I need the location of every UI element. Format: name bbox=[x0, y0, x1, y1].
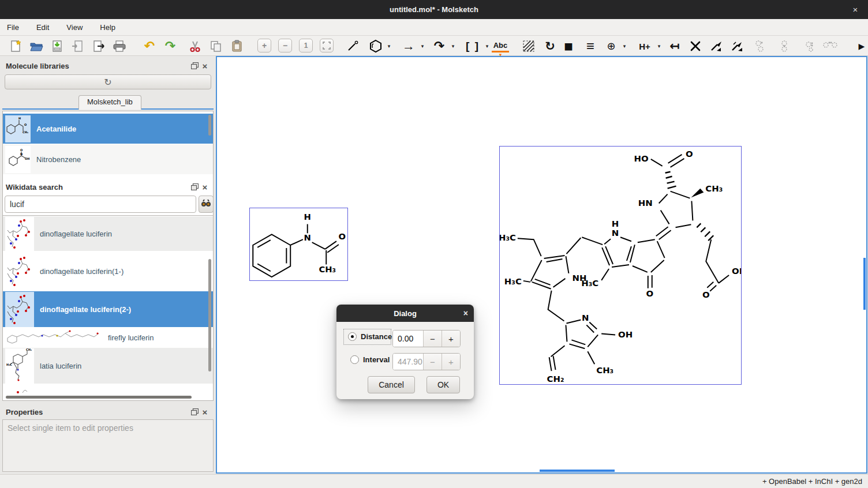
molecule-acetanilide[interactable]: H N O CH₃ bbox=[249, 208, 348, 281]
interval-decrement-button[interactable]: − bbox=[423, 354, 442, 370]
zoom-out-icon[interactable]: − bbox=[278, 39, 292, 52]
interval-radio-row[interactable]: Interval bbox=[350, 355, 390, 364]
arrow-tool-icon[interactable]: → bbox=[401, 39, 416, 54]
cut-icon[interactable] bbox=[188, 39, 203, 54]
save-as-icon[interactable] bbox=[70, 39, 85, 54]
dialog-titlebar[interactable]: Dialog × bbox=[336, 305, 474, 322]
molecule-thumbnail bbox=[5, 253, 34, 290]
cancel-button[interactable]: Cancel bbox=[368, 376, 415, 393]
wikidata-search-button[interactable] bbox=[199, 196, 214, 213]
drawing-canvas[interactable]: H N O CH₃ bbox=[216, 56, 867, 474]
distance-decrement-button[interactable]: − bbox=[423, 331, 442, 347]
zoom-original-icon[interactable]: 1 bbox=[299, 39, 313, 52]
draw-bond-icon[interactable] bbox=[345, 39, 360, 54]
close-panel-icon[interactable]: × bbox=[200, 407, 210, 416]
charge-tool-icon[interactable]: ⊕ bbox=[604, 39, 619, 54]
zoom-fit-icon[interactable] bbox=[320, 39, 334, 52]
window-close-icon[interactable]: × bbox=[850, 4, 861, 16]
hydrogen-dropdown-icon[interactable]: ▾ bbox=[656, 43, 663, 50]
refresh-libraries-button[interactable]: ↻ bbox=[5, 74, 211, 89]
decrease-bond-icon[interactable] bbox=[729, 39, 744, 54]
close-panel-icon[interactable]: × bbox=[200, 61, 210, 70]
close-panel-icon[interactable]: × bbox=[200, 182, 210, 192]
atom-label: N bbox=[582, 313, 589, 323]
reaction-map-1-icon[interactable] bbox=[753, 39, 768, 54]
interval-radio[interactable] bbox=[350, 355, 359, 364]
distance-spinbox[interactable]: 0.00 − + bbox=[392, 330, 461, 347]
save-icon[interactable] bbox=[50, 39, 65, 54]
ring-dropdown-icon[interactable]: ▾ bbox=[386, 43, 392, 50]
distance-radio[interactable] bbox=[348, 332, 357, 341]
menu-help[interactable]: Help bbox=[99, 22, 117, 33]
canvas-vscrollbar[interactable] bbox=[863, 258, 866, 310]
result-dinoflagellate-luciferin-1[interactable]: dinoflagellate luciferin(1-) bbox=[3, 252, 213, 290]
undo-icon[interactable]: ↶ bbox=[142, 39, 157, 54]
export-icon[interactable] bbox=[91, 39, 106, 54]
arrow-dropdown-icon[interactable]: ▾ bbox=[419, 43, 426, 50]
float-panel-icon[interactable] bbox=[189, 61, 200, 70]
result-dinoflagellate-luciferin[interactable]: dinoflagellate luciferin bbox=[3, 216, 213, 251]
wikidata-search-input[interactable] bbox=[5, 196, 196, 213]
tab-molsketch-lib[interactable]: Molsketch_lib bbox=[78, 95, 141, 110]
svg-text:H: H bbox=[18, 117, 21, 120]
interval-value[interactable]: 447.90 bbox=[393, 354, 423, 370]
result-label: dinoflagellate luciferin(1-) bbox=[40, 267, 124, 276]
list-item-nitrobenzene[interactable]: OOHN Nitrobenzene bbox=[3, 144, 213, 174]
interval-increment-button[interactable]: + bbox=[442, 354, 460, 370]
bracket-tool-icon[interactable]: [ ] bbox=[463, 39, 482, 54]
new-file-icon[interactable] bbox=[8, 39, 23, 54]
atom-label: H bbox=[304, 212, 311, 222]
result-firefly-luciferin[interactable]: firefly luciferin bbox=[3, 328, 213, 347]
color-swatch-icon[interactable]: ■ bbox=[561, 39, 576, 54]
wikidata-list-vscrollbar[interactable] bbox=[208, 259, 211, 371]
molecule-libraries-header: Molecule libraries × bbox=[2, 59, 214, 72]
result-dinoflagellate-luciferin-2[interactable]: dinoflagellate luciferin(2-) bbox=[3, 291, 213, 327]
electron-arrow-tool-icon[interactable]: ↤ bbox=[667, 39, 682, 54]
distance-radio-row[interactable]: Distance bbox=[348, 332, 392, 341]
distance-increment-button[interactable]: + bbox=[442, 331, 460, 347]
list-item-acetanilide[interactable]: HCH₃O Acetanilide bbox=[3, 114, 213, 144]
ring-tool-icon[interactable] bbox=[368, 39, 383, 54]
result-partial[interactable] bbox=[3, 385, 213, 396]
atom-label: OH bbox=[618, 329, 633, 340]
dialog-close-icon[interactable]: × bbox=[463, 309, 468, 318]
menu-view[interactable]: View bbox=[65, 22, 84, 33]
molecule-luciferin[interactable]: HO O CH₃ HN H N H₃C H₃C NH H₃C O OH O N … bbox=[499, 146, 742, 385]
library-list-scrollbar[interactable] bbox=[208, 115, 211, 136]
canvas-hscrollbar[interactable] bbox=[540, 470, 615, 472]
float-panel-icon[interactable] bbox=[189, 182, 200, 192]
selection-hatch-icon[interactable] bbox=[521, 39, 536, 54]
curved-arrow-dropdown-icon[interactable]: ▾ bbox=[450, 43, 457, 50]
svg-text:H₃C: H₃C bbox=[6, 363, 12, 366]
ok-button[interactable]: OK bbox=[426, 376, 460, 393]
wikidata-list-hscrollbar[interactable] bbox=[6, 396, 192, 399]
curved-arrow-tool-icon[interactable]: ↷ bbox=[432, 39, 447, 54]
charge-dropdown-icon[interactable]: ▾ bbox=[621, 43, 628, 50]
hydrogen-tool-icon[interactable]: H+ bbox=[636, 39, 653, 54]
interval-spinbox[interactable]: 447.90 − + bbox=[392, 353, 461, 370]
menu-file[interactable]: File bbox=[6, 22, 20, 33]
distance-value[interactable]: 0.00 bbox=[393, 331, 423, 347]
reaction-map-3-icon[interactable] bbox=[802, 39, 817, 54]
redo-icon[interactable]: ↷ bbox=[163, 39, 178, 54]
panel-title: Molecule libraries bbox=[6, 62, 69, 70]
rotate-icon[interactable]: ↻ bbox=[542, 39, 558, 54]
float-panel-icon[interactable] bbox=[189, 407, 200, 416]
copy-icon[interactable] bbox=[208, 39, 223, 54]
molecule-thumbnail: CH₃H₃C bbox=[5, 348, 34, 384]
zoom-in-icon[interactable]: + bbox=[257, 39, 271, 52]
increase-bond-icon[interactable] bbox=[709, 39, 724, 54]
delete-tool-icon[interactable] bbox=[688, 39, 703, 54]
menu-edit[interactable]: Edit bbox=[35, 22, 50, 33]
open-file-icon[interactable] bbox=[29, 39, 44, 54]
result-latia-luciferin[interactable]: CH₃H₃C latia luciferin bbox=[3, 348, 213, 384]
toolbar-overflow-icon[interactable]: ▶ bbox=[854, 39, 868, 54]
bracket-dropdown-icon[interactable]: ▾ bbox=[484, 43, 491, 50]
atom-label: O bbox=[646, 288, 653, 299]
line-width-icon[interactable]: ≡ bbox=[583, 39, 598, 54]
paste-icon[interactable] bbox=[229, 39, 244, 54]
print-icon[interactable] bbox=[112, 39, 127, 54]
text-tool-icon[interactable]: Abc bbox=[492, 40, 509, 52]
reaction-map-2-icon[interactable] bbox=[777, 39, 792, 54]
reaction-map-4-icon[interactable] bbox=[821, 39, 840, 54]
